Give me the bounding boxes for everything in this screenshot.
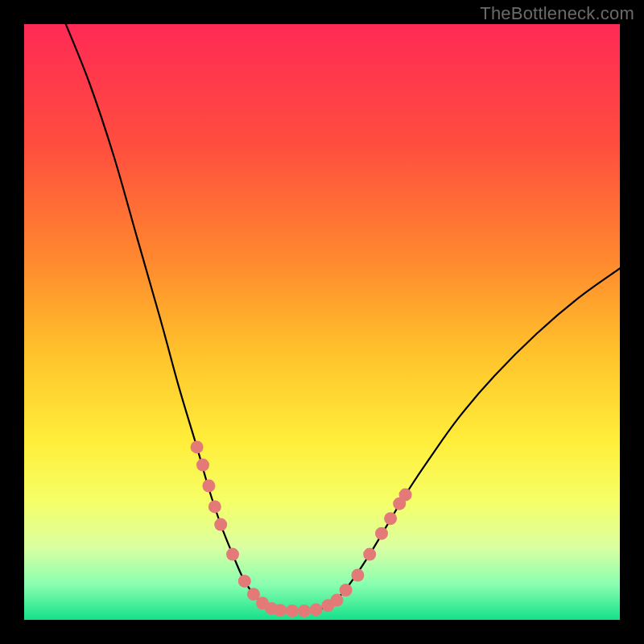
data-dot	[399, 489, 412, 502]
data-dot	[196, 459, 209, 472]
data-dot	[214, 518, 227, 531]
data-dot	[298, 605, 311, 617]
data-dot	[226, 548, 239, 561]
data-dot	[274, 604, 287, 617]
data-dot	[202, 480, 215, 493]
data-dot	[375, 527, 388, 540]
data-dot	[331, 594, 344, 607]
data-dot	[340, 584, 353, 597]
watermark-label: TheBottleneck.com	[480, 3, 634, 24]
data-dot	[208, 500, 221, 513]
background-gradient	[24, 24, 620, 620]
data-dot	[351, 569, 364, 582]
data-dot	[191, 440, 204, 453]
chart-svg	[24, 24, 620, 620]
data-dot	[286, 605, 299, 617]
plot-area	[24, 24, 620, 620]
data-dot	[384, 512, 397, 525]
chart-frame: TheBottleneck.com	[0, 0, 644, 644]
data-dot	[238, 575, 251, 588]
data-dot	[310, 603, 323, 616]
data-dot	[363, 548, 376, 561]
